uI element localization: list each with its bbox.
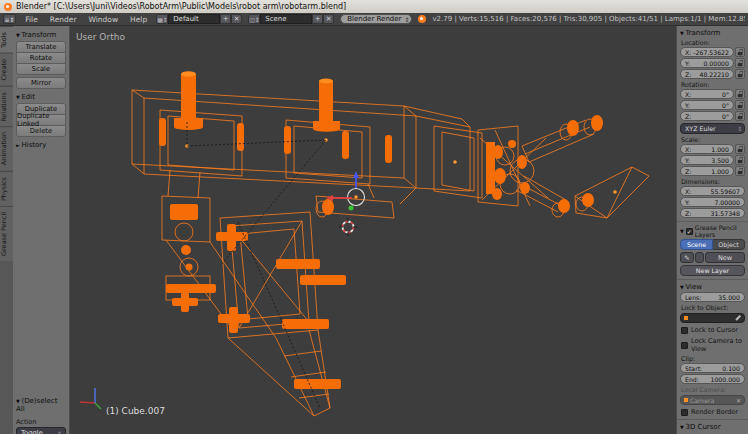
dimensions-z-field[interactable]: Z:31.57348 [680,208,745,218]
tab-relations[interactable]: Relations [0,86,13,127]
clip-end-field[interactable]: End:1000.000 [680,374,745,384]
new-layer-button[interactable]: New Layer [680,265,745,276]
lock-icon [737,71,743,77]
clip-start-field[interactable]: Start:0.100 [680,363,745,373]
grease-draw-button[interactable]: ✎ [680,252,694,263]
rotation-x-field[interactable]: X:0° [680,89,734,99]
window-titlebar[interactable]: Blender* [C:\Users\Juni\Videos\RobotArm\… [0,0,748,13]
location-x-field[interactable]: X:-267.53622 [680,47,734,57]
location-y-lock-button[interactable] [735,58,745,68]
tab-create[interactable]: Create [0,53,13,86]
grease-pencil-title: Grease Pencil Layers [695,224,745,238]
scale-label: Scale: [681,136,745,143]
lock-to-object-field[interactable] [680,313,745,323]
grease-pencil-checkbox[interactable]: ✓ [686,228,693,235]
menu-file[interactable]: File [22,15,41,24]
grease-color-swatch[interactable] [695,252,704,263]
viewport-3d[interactable]: User Ortho (1) Cube.007 [70,26,676,434]
layout-field[interactable]: Default [168,14,220,24]
grease-new-button[interactable]: New [705,252,745,263]
lock-icon [737,146,743,152]
grease-tab-scene[interactable]: Scene [680,239,713,250]
rotation-label: Rotation: [681,81,745,88]
lock-to-cursor-label: Lock to Cursor [691,326,738,334]
menu-window[interactable]: Window [86,15,122,24]
object-data-icon [684,316,688,320]
location-x-lock-button[interactable] [735,47,745,57]
lock-icon [737,102,743,108]
local-camera-label: Local Camera: [681,386,745,393]
dimensions-label: Dimensions: [681,178,745,185]
tab-animation[interactable]: Animation [0,126,13,170]
screen-layout-selector[interactable]: ▦⇕ Default + ✕ [156,14,242,24]
robot-arm-solid-parts [159,71,617,389]
layout-delete-button[interactable]: ✕ [231,14,242,24]
cursor-3d[interactable] [339,218,357,236]
scale-y-lock-button[interactable] [735,155,745,165]
location-z-field[interactable]: Z:48.22210 [680,69,734,79]
dimensions-x-field[interactable]: X:55.59607 [680,186,745,196]
scale-z-field[interactable]: Z:1.000 [680,166,734,176]
info-header: ≡⇕ File Render Window Help ▦⇕ Default + … [0,13,748,26]
tab-tools[interactable]: Tools [0,26,13,53]
layout-add-button[interactable]: + [220,14,231,24]
blender-window: Blender* [C:\Users\Juni\Videos\RobotArm\… [0,0,748,434]
axis-gizmo [80,388,101,409]
viewport-canvas[interactable]: User Ortho (1) Cube.007 [70,26,676,418]
tool-shelf-tabs: Tools Create Relations Animation Physics… [0,26,13,434]
lock-camera-checkbox[interactable] [681,342,688,349]
panel-history-header[interactable]: History [16,141,66,149]
view3d-editor: Tools Create Relations Animation Physics… [0,26,676,434]
scale-x-lock-button[interactable] [735,144,745,154]
panel-deselect-header[interactable]: (De)select All [16,397,66,413]
blender-app-icon [4,3,12,11]
scale-x-field[interactable]: X:1.000 [680,144,734,154]
panel-transform-header[interactable]: Transform [16,31,66,39]
rotation-x-lock-button[interactable] [735,89,745,99]
dimensions-y-field[interactable]: Y:7.00000 [680,197,745,207]
render-border-checkbox[interactable] [681,409,688,416]
location-label: Location: [681,39,745,46]
lock-to-cursor-checkbox[interactable] [681,327,688,334]
lens-field[interactable]: Lens:35.000 [680,292,745,302]
panel-edit-header[interactable]: Edit [16,93,66,101]
scene-field[interactable]: Scene [260,14,312,24]
menu-render[interactable]: Render [47,15,80,24]
editor-type-button[interactable]: ≡⇕ [3,14,16,24]
view-name-label: User Ortho [76,32,125,42]
local-camera-field[interactable]: Camera✕ [680,395,745,405]
clear-camera-icon[interactable]: ✕ [736,397,741,404]
scene-statistics: v2.79 | Verts:15,516 | Faces:20,576 | Tr… [432,15,745,23]
lock-icon [737,113,743,119]
rotation-z-field[interactable]: Z:0° [680,111,734,121]
transform-panel-header[interactable]: Transform [680,29,745,37]
scale-z-lock-button[interactable] [735,166,745,176]
action-dropdown[interactable]: Toggle [16,427,66,434]
menu-help[interactable]: Help [127,15,150,24]
lock-to-object-label: Lock to Object: [681,304,745,311]
scene-delete-button[interactable]: ✕ [323,14,334,24]
rotation-z-lock-button[interactable] [735,111,745,121]
grease-pencil-panel-header[interactable] [680,227,684,235]
lock-camera-label: Lock Camera to View [691,337,745,353]
grease-tab-object[interactable]: Object [713,239,745,250]
mirror-button[interactable]: Mirror [16,77,66,89]
view-panel-header[interactable]: View [680,283,745,291]
location-y-field[interactable]: Y:0.00000 [680,58,734,68]
tab-physics[interactable]: Physics [0,171,13,206]
render-engine-dropdown[interactable]: Blender Render [340,14,412,24]
location-z-lock-button[interactable] [735,69,745,79]
scene-selector[interactable]: ◫⇕ Scene + ✕ [248,14,334,24]
rotation-y-field[interactable]: Y:0° [680,100,734,110]
tool-shelf: Tools Create Relations Animation Physics… [0,26,70,434]
cursor-panel-header[interactable]: 3D Cursor [680,423,745,431]
rotation-mode-dropdown[interactable]: XYZ Euler [680,123,745,134]
lock-icon [737,168,743,174]
tab-grease-pencil[interactable]: Grease Pencil [0,206,13,261]
scale-y-field[interactable]: Y:3.500 [680,155,734,165]
scale-button[interactable]: Scale [16,63,66,75]
eyedropper-icon[interactable] [735,315,740,320]
scene-add-button[interactable]: + [312,14,323,24]
rotation-y-lock-button[interactable] [735,100,745,110]
duplicate-linked-button[interactable]: Duplicate Linked [16,114,66,126]
